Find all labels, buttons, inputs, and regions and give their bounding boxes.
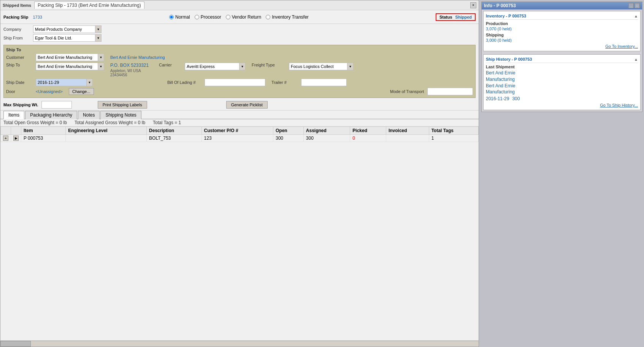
col-assigned: Assigned [303, 127, 350, 135]
door-row: Door <Unassigned> Change... Mode of Tran… [6, 88, 473, 95]
col-picked: Picked [350, 127, 386, 135]
company-dropdown[interactable]: Metal Products Company ▼ [33, 25, 102, 33]
total-tags-label: Total Tags = 1 [153, 120, 181, 125]
shipping-value: 3,000 (0 held) [486, 38, 638, 43]
table-row[interactable]: + ▶ P 000753 BOLT_753 123 300 300 0 1 [1, 135, 479, 142]
row-description: BOLT_753 [147, 135, 201, 142]
ship-history-label: Ship History - P 000753 [486, 57, 532, 62]
address: Appleton, WI USA23434456 [110, 69, 156, 77]
shipment-date-qty: 2016-11-29 300 [486, 96, 638, 101]
info-minimize-button[interactable]: _ [628, 3, 634, 8]
title-bar: Shipped Items Packing Slip - 1733 (Bert … [0, 0, 479, 10]
max-weight-input[interactable] [41, 101, 72, 109]
row-customer-po: 123 [201, 135, 273, 142]
customer-dropdown-arrow: ▼ [98, 54, 104, 61]
ship-date-label: Ship Date [6, 80, 33, 85]
company-dropdown-arrow: ▼ [95, 26, 101, 33]
row-picked: 0 [350, 135, 386, 142]
horizontal-scrollbar[interactable] [0, 341, 479, 347]
ship-history-collapse-button[interactable]: ▲ [634, 57, 638, 62]
scroll-thumb[interactable] [0, 341, 31, 347]
generate-picklist-button[interactable]: Generate Picklist [226, 101, 268, 109]
ship-date-input[interactable]: 2016-11-29 ▼ [36, 79, 93, 86]
radio-group: Normal Processor Vendor Return Inventory… [169, 14, 309, 20]
production-label: Production [486, 21, 638, 26]
row-assigned: 300 [303, 135, 350, 142]
door-value[interactable]: <Unassigned> [36, 89, 63, 94]
shipped-items-label: Shipped Items [3, 3, 31, 8]
ship-history-section-title: Ship History - P 000753 ▲ [486, 57, 638, 63]
radio-inventory-transfer[interactable]: Inventory Transfer [266, 14, 309, 20]
change-button[interactable]: Change... [69, 88, 94, 95]
col-add [1, 127, 11, 135]
mode-of-transport-label: Mode of Transport [390, 89, 424, 94]
goto-ship-history-link[interactable]: Go To Ship History... [486, 103, 638, 107]
trailer-input[interactable] [301, 79, 347, 86]
inventory-collapse-button[interactable]: ▲ [634, 14, 638, 18]
customer-link[interactable]: Bert And Ernie Manufacturing [110, 55, 165, 60]
trailer-label: Trailer # [271, 80, 298, 85]
row-add-cell: + [1, 135, 11, 142]
status-label: Status [439, 15, 452, 19]
carrier-dropdown-arrow: ▼ [239, 63, 245, 70]
shipment-qty: 300 [512, 96, 520, 101]
ship-history-section: Ship History - P 000753 ▲ Last Shipment … [483, 54, 641, 110]
row-open: 300 [273, 135, 303, 142]
expand-row-button[interactable]: ▶ [13, 136, 19, 141]
tabs-bar: Items Packaging Hierarchy Notes Shipping… [0, 110, 479, 119]
production-value: 3,070 (0 held) [486, 27, 638, 31]
scroll-track[interactable] [0, 341, 479, 347]
ship-from-dropdown[interactable]: Egar Tool & Die Ltd. ▼ [33, 34, 102, 42]
items-summary: Total Open Gross Weight = 0 lb Total Ass… [0, 119, 479, 126]
ship-from-label: Ship From [3, 36, 30, 40]
right-panel: Info - P 000753 _ □ Inventory - P 000753… [480, 0, 644, 347]
close-button[interactable]: × [470, 2, 476, 8]
add-row-button[interactable]: + [3, 136, 8, 141]
col-total-tags: Total Tags [429, 127, 478, 135]
items-table: Item Engineering Level Description Custo… [0, 126, 479, 142]
ship-to-carrier-row: Ship To Bert And Ernie Manufacturing ▼ P… [6, 63, 473, 77]
row-invoiced [386, 135, 429, 142]
info-title-buttons: _ □ [628, 3, 640, 8]
row-eng-level [66, 135, 147, 142]
inventory-section-title: Inventory - P 000753 ▲ [486, 14, 638, 20]
print-labels-button[interactable]: Print Shipping Labels [98, 101, 147, 109]
radio-vendor-return[interactable]: Vendor Return [226, 14, 261, 20]
goto-inventory-link[interactable]: Go To Inventory... [486, 44, 638, 49]
info-maximize-button[interactable]: □ [634, 3, 640, 8]
ship-to-header: Ship To [6, 47, 473, 52]
company-row: Company Metal Products Company ▼ [3, 25, 476, 33]
col-eng-level: Engineering Level [66, 127, 147, 135]
ship-date-row: Ship Date 2016-11-29 ▼ Bill Of Lading # … [6, 79, 473, 86]
freight-type-dropdown-arrow: ▼ [347, 63, 353, 70]
tab-shipping-notes[interactable]: Shipping Notes [100, 111, 141, 119]
ship-from-dropdown-arrow: ▼ [95, 35, 101, 41]
po-box: P.O. BOX 5233321 Appleton, WI USA2343445… [110, 63, 156, 77]
ship-to-dropdown-arrow: ▼ [98, 63, 104, 70]
bill-of-lading-input[interactable] [205, 79, 265, 86]
packing-slip-tab[interactable]: Packing Slip - 1733 (Bert And Ernie Manu… [34, 2, 144, 9]
carrier-dropdown[interactable]: Averitt Express ▼ [185, 63, 246, 70]
mode-of-transport-input[interactable] [427, 88, 473, 95]
shipping-label: Shipping [486, 33, 638, 37]
row-item: P 000753 [21, 135, 66, 142]
packing-slip-value: 1733 [33, 15, 42, 19]
ship-to-dropdown[interactable]: Bert And Ernie Manufacturing ▼ [36, 63, 104, 70]
radio-normal[interactable]: Normal [169, 14, 190, 20]
info-title-bar: Info - P 000753 _ □ [482, 2, 642, 9]
col-item: Item [21, 127, 66, 135]
tab-notes[interactable]: Notes [78, 111, 100, 119]
tab-packaging-hierarchy[interactable]: Packaging Hierarchy [25, 111, 77, 119]
items-table-container: Item Engineering Level Description Custo… [0, 126, 479, 341]
carrier-label: Carrier [159, 63, 182, 67]
last-shipment-customer: Bert And Ernie Manufacturing Bert And Er… [486, 70, 638, 95]
open-weight-label: Total Open Gross Weight = 0 lb [3, 120, 67, 125]
col-description: Description [147, 127, 201, 135]
col-expand [11, 127, 21, 135]
header-bar: Packing Slip 1733 Normal Processor Vendo… [0, 10, 479, 24]
radio-processor[interactable]: Processor [195, 14, 221, 20]
freight-type-dropdown[interactable]: Focus Logistics Collect ▼ [289, 63, 354, 70]
tab-items[interactable]: Items [3, 111, 24, 119]
customer-dropdown[interactable]: Bert And Ernie Manufacturing ▼ [36, 54, 104, 61]
status-value: Shipped [455, 15, 472, 19]
